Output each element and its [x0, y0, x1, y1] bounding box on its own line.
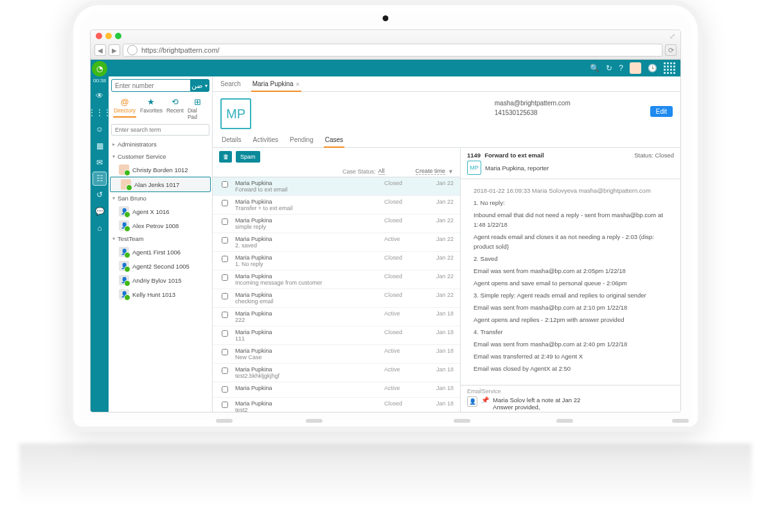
case-status-filter[interactable]: All [378, 168, 385, 175]
member-name: Agent1 First 1006 [132, 249, 181, 256]
timer-icon[interactable]: 🕓 [648, 64, 657, 73]
directory-group[interactable]: Administrators [109, 138, 212, 150]
search-icon[interactable]: 🔍 [590, 64, 599, 73]
member-name: Kelly Hunt 1013 [132, 291, 175, 298]
case-checkbox[interactable] [222, 256, 228, 262]
directory-member[interactable]: Alan Jenks 1017 [110, 177, 211, 192]
directory-member[interactable]: 👤Kelly Hunt 1013 [109, 287, 212, 301]
case-checkbox[interactable] [222, 274, 228, 281]
status-clock-icon[interactable]: ◔ [92, 61, 107, 76]
directory-group[interactable]: TestTeam [109, 233, 212, 245]
rail-eye-icon[interactable]: 👁 [91, 88, 109, 103]
case-row[interactable]: Maria Pupkina111ClosedJan 18 [213, 326, 460, 345]
dial-dropdown-button[interactable]: ▾ [203, 79, 209, 92]
subtab-pending[interactable]: Pending [288, 133, 315, 147]
subtab-cases[interactable]: Cases [324, 133, 344, 147]
case-row[interactable]: Maria PupkinaForward to ext emailClosedJ… [213, 177, 460, 196]
case-checkbox[interactable] [222, 200, 228, 206]
case-subject: checking email [235, 298, 379, 305]
directory-member[interactable]: 👤Alex Petrov 1008 [109, 218, 212, 233]
refresh-icon[interactable]: ↻ [606, 64, 612, 73]
directory-member[interactable]: 👤Agent2 Second 1005 [109, 259, 212, 273]
main-tab-search[interactable]: Search [219, 78, 242, 91]
edit-button[interactable]: Edit [650, 106, 673, 117]
case-row[interactable]: Maria Pupkinatest2.bkhkljgkjhgfActiveJan… [213, 364, 460, 382]
directory-member[interactable]: 👤Agent1 First 1006 [109, 245, 212, 259]
directory-member[interactable]: 👤Andriy Bylov 1015 [109, 273, 212, 287]
directory-group[interactable]: San Bruno [109, 192, 212, 204]
window-zoom-icon[interactable] [115, 33, 121, 39]
main-tab-contact[interactable]: Maria Pupkina✕ [251, 78, 301, 91]
spam-button[interactable]: Spam [236, 151, 260, 163]
dial-input[interactable] [111, 79, 191, 92]
directory-search-input[interactable] [111, 124, 209, 136]
window-close-icon[interactable] [96, 33, 102, 39]
subtab-activities[interactable]: Activities [252, 133, 279, 147]
window-minimize-icon[interactable] [105, 33, 112, 39]
presence-avatar-icon [121, 179, 131, 190]
user-avatar[interactable] [630, 62, 641, 74]
case-row[interactable]: Maria PupkinaActiveJan 18 [213, 382, 460, 398]
rail-recent-icon[interactable]: ↺ [91, 187, 109, 202]
case-row[interactable]: Maria Pupkinatest2ClosedJan 18 [213, 398, 460, 412]
presence-avatar-icon: 👤 [119, 289, 129, 299]
tab-favorites[interactable]: ★Favorites [138, 96, 164, 121]
case-checkbox[interactable] [222, 293, 228, 299]
contact-info: masha@brightpattern.com 141530125638 [495, 98, 642, 118]
rail-chat-icon[interactable]: 💬 [91, 204, 109, 219]
case-checkbox[interactable] [222, 218, 228, 225]
case-row[interactable]: Maria PupkinaNew CaseActiveJan 18 [213, 345, 460, 364]
rail-keypad-icon[interactable]: ⋮⋮⋮ [91, 105, 109, 120]
delete-button[interactable]: 🗑 [219, 151, 232, 163]
directory-member[interactable]: 👤Agent X 1016 [109, 204, 212, 218]
directory-member[interactable]: Christy Borden 1012 [109, 163, 212, 177]
case-row[interactable]: Maria Pupkinasimple replyClosedJan 22 [213, 215, 460, 233]
dial-call-button[interactable]: ضن [191, 79, 203, 92]
case-checkbox[interactable] [222, 402, 228, 408]
nav-back-button[interactable]: ◀ [94, 44, 106, 56]
browser-chrome: ⤢ ◀ ▶ https://brightpattern.com/ ⟳ [91, 30, 680, 60]
rail-home-icon[interactable]: ⌂ [91, 220, 109, 236]
tab-dialpad[interactable]: ⊞Dial Pad [186, 96, 209, 121]
sort-create-time[interactable]: Create time [416, 168, 446, 175]
laptop-foot [454, 419, 470, 423]
case-checkbox[interactable] [222, 181, 228, 188]
case-checkbox[interactable] [222, 368, 228, 374]
case-row-date: Jan 18 [424, 385, 454, 391]
directory-group[interactable]: Customer Service [109, 150, 212, 163]
case-detail-body[interactable]: 2018-01-22 16:09:33 Maria Solovyeva mash… [461, 179, 680, 385]
case-checkbox[interactable] [222, 386, 228, 393]
case-checkbox[interactable] [222, 237, 228, 244]
case-row[interactable]: Maria Pupkina2. savedActiveJan 22 [213, 233, 460, 252]
case-row[interactable]: Maria Pupkina222ActiveJan 18 [213, 308, 460, 326]
note-author: Maria Solov left a note at Jan 22 [493, 396, 580, 403]
case-checkbox[interactable] [222, 312, 228, 318]
close-icon[interactable]: ✕ [296, 82, 300, 87]
case-meta: 2018-01-22 16:09:33 Maria Solovyeva mash… [474, 186, 673, 195]
tab-recent[interactable]: ⟲Recent [164, 96, 186, 121]
reload-button[interactable]: ⟳ [665, 44, 677, 56]
case-row[interactable]: Maria Pupkina1. No replyClosedJan 22 [213, 252, 460, 270]
case-checkbox[interactable] [222, 330, 228, 337]
tab-directory[interactable]: @Directory [111, 96, 138, 121]
rail-calendar-icon[interactable]: ▦ [91, 138, 109, 154]
subtab-details[interactable]: Details [220, 133, 243, 147]
case-row-date: Jan 22 [424, 254, 454, 261]
cases-list[interactable]: Maria PupkinaForward to ext emailClosedJ… [213, 177, 460, 412]
case-row[interactable]: Maria Pupkinachecking emailClosedJan 22 [213, 289, 460, 308]
case-row[interactable]: Maria PupkinaIncoming message from custo… [213, 270, 460, 289]
address-bar[interactable]: https://brightpattern.com/ [123, 44, 662, 57]
apps-grid-icon[interactable] [664, 62, 675, 74]
case-row-date: Jan 18 [424, 310, 454, 317]
case-row[interactable]: Maria PupkinaTransfer + to ext emailClos… [213, 196, 460, 215]
nav-forward-button[interactable]: ▶ [109, 44, 120, 56]
rail-contacts-icon[interactable]: ☺ [91, 121, 109, 137]
case-checkbox[interactable] [222, 349, 228, 355]
rail-directory-icon[interactable]: ☷ [93, 172, 107, 186]
fullscreen-icon[interactable]: ⤢ [669, 32, 675, 40]
case-row-date: Jan 22 [424, 236, 454, 242]
rail-inbox-icon[interactable]: ✉ [91, 155, 109, 170]
app-root: ◔ 00:38 👁 ⋮⋮⋮ ☺ ▦ ✉ ☷ ↺ 💬 ⌂ 🔍 ↻ ? 🕓 [91, 60, 680, 412]
help-icon[interactable]: ? [619, 64, 623, 73]
case-row-status: Closed [384, 292, 419, 298]
